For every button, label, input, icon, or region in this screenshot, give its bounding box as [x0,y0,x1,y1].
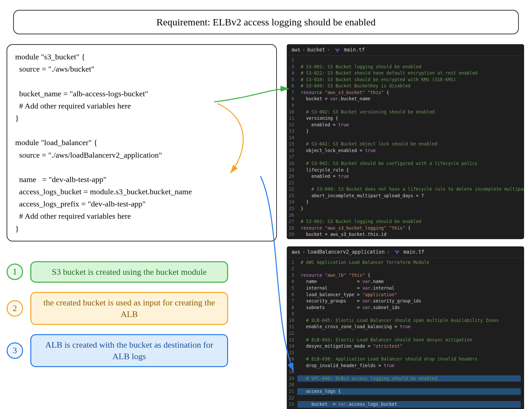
step-number: 1 [7,264,23,280]
crumb-file: main.tf [344,47,365,53]
editor-gutter-2: 1 2 3 4 5 6 7 8 9 10 11 12 13 14 15 16 1… [287,258,297,409]
editor-breadcrumb-2: aws›loadBalancerv2_application› main.tf [287,246,524,258]
editor-loadbalancer-maintf: aws›loadBalancerv2_application› main.tf … [287,246,524,409]
crumb-bucket: bucket [307,47,325,53]
crumb-lb: loadBalancerv2_application [307,249,385,255]
step-1: 1S3 bucket is created using the bucket m… [7,261,277,283]
editor-code: # S3-001: S3 Bucket logging should be en… [297,56,524,239]
editor-breadcrumb: aws›bucket› main.tf [287,44,524,56]
crumb-aws: aws [291,47,300,53]
editor-code-2: # AWS Application Load Balancer Terrafor… [297,258,524,409]
step-3: 3ALB is created with the bucket as desti… [7,334,277,367]
step-number: 2 [7,300,23,317]
terraform-icon [335,48,340,52]
step-text: the created bucket is used as input for … [30,292,228,325]
step-text: ALB is created with the bucket as destin… [30,334,228,367]
crumb-file-2: main.tf [403,249,424,255]
editor-gutter: 2 3 4 5 6 7 8 9 10 11 12 13 14 15 16 17 … [287,56,297,239]
steps-list: 1S3 bucket is created using the bucket m… [7,261,277,367]
editor-bucket-maintf: aws›bucket› main.tf 2 3 4 5 6 7 8 9 10 1… [287,44,524,239]
step-2: 2the created bucket is used as input for… [7,292,277,325]
step-number: 3 [7,342,23,359]
requirement-title: Requirement: ELBv2 access logging should… [13,10,519,34]
main-content: module "s3_bucket" { source = "./aws/buc… [7,44,525,409]
terraform-icon [395,250,399,254]
module-definition-code: module "s3_bucket" { source = "./aws/buc… [7,44,277,241]
step-text: S3 bucket is created using the bucket mo… [30,261,228,283]
crumb-aws-2: aws [291,249,300,255]
